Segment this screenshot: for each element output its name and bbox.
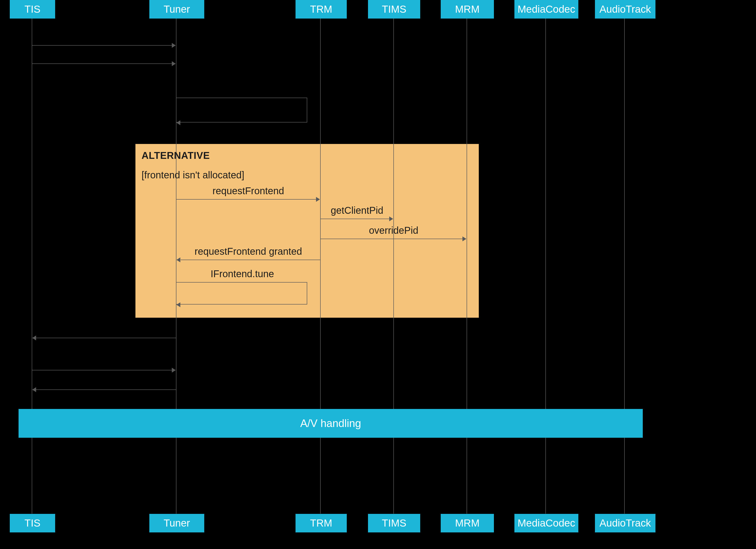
actor-label: TIMS (382, 517, 406, 529)
alt-title: ALTERNATIVE (142, 150, 210, 161)
arrowhead-m4 (316, 197, 320, 202)
label-m4: requestFrontend (176, 185, 320, 196)
arrowhead-m11 (32, 387, 36, 392)
actor-label: TIS (24, 3, 40, 15)
arrow-m4 (176, 199, 316, 200)
actor-tis-top: TIS (10, 0, 55, 19)
lifeline-audiotrack (624, 18, 625, 514)
label-m7: requestFrontend granted (176, 246, 320, 257)
alt-condition: [frontend isn't allocated] (142, 170, 244, 181)
actor-audiotrack-bottom: AudioTrack (595, 514, 655, 532)
arrowhead-m7 (176, 257, 180, 262)
actor-label: AudioTrack (600, 517, 651, 529)
selfcall-m3 (176, 98, 307, 122)
actor-label: TIMS (382, 3, 406, 15)
actor-label: MRM (455, 3, 480, 15)
lifeline-mrm-alt (467, 144, 467, 318)
arrowhead-m8 (176, 302, 180, 307)
actor-mediacodec-bottom: MediaCodec (514, 514, 578, 532)
actor-trm-top: TRM (296, 0, 347, 19)
arrow-m9 (36, 338, 176, 338)
arrow-m11 (36, 389, 176, 390)
arrowhead-m2 (172, 61, 176, 66)
actor-mrm-bottom: MRM (441, 514, 494, 532)
actor-tis-bottom: TIS (10, 514, 55, 532)
label-m6: overridePid (321, 225, 467, 236)
arrow-m2 (32, 63, 172, 64)
actor-tims-top: TIMS (368, 0, 420, 19)
actor-tims-bottom: TIMS (368, 514, 420, 532)
actor-label: AudioTrack (600, 3, 651, 15)
av-handling-banner: A/V handling (19, 409, 643, 438)
actor-label: Tuner (163, 517, 190, 529)
arrow-m7 (181, 260, 321, 260)
actor-label: MediaCodec (518, 517, 575, 529)
banner-label: A/V handling (300, 417, 361, 429)
arrowhead-m1 (172, 43, 176, 48)
actor-label: TIS (24, 517, 40, 529)
actor-label: Tuner (163, 3, 190, 15)
actor-trm-bottom: TRM (296, 514, 347, 532)
actor-audiotrack-top: AudioTrack (595, 0, 655, 19)
actor-label: TRM (310, 517, 332, 529)
arrowhead-m5 (389, 216, 393, 221)
actor-label: TRM (310, 3, 332, 15)
arrow-m5 (321, 219, 389, 219)
selfcall-m8 (176, 282, 307, 305)
actor-mediacodec-top: MediaCodec (514, 0, 578, 19)
arrowhead-m10 (172, 368, 176, 373)
actor-label: MRM (455, 517, 480, 529)
label-m5: getClientPid (321, 205, 393, 216)
actor-tuner-bottom: Tuner (149, 514, 204, 532)
actor-tuner-top: Tuner (149, 0, 204, 19)
arrow-m1 (32, 45, 172, 46)
arrow-m6 (321, 239, 462, 239)
lifeline-mediacodec (545, 18, 546, 514)
arrowhead-m6 (462, 236, 466, 241)
label-m8: IFrontend.tune (176, 268, 308, 279)
actor-label: MediaCodec (518, 3, 575, 15)
arrowhead-m9 (32, 335, 36, 340)
arrow-m10 (32, 370, 172, 370)
sequence-diagram: ALTERNATIVE [frontend isn't allocated] r… (0, 0, 756, 549)
actor-mrm-top: MRM (441, 0, 494, 19)
arrowhead-m3 (176, 120, 180, 125)
lifeline-tis (32, 18, 32, 514)
